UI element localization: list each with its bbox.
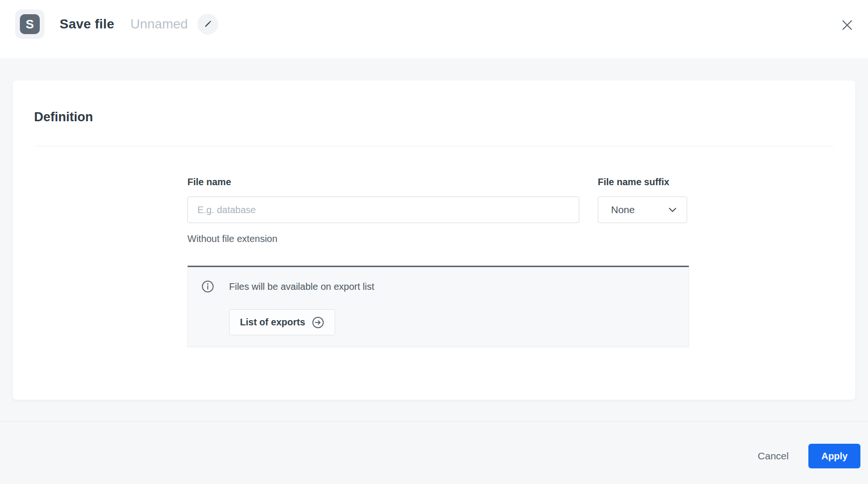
suffix-field-group: File name suffix None xyxy=(598,177,687,244)
apply-button[interactable]: Apply xyxy=(808,444,860,468)
app-initial: S xyxy=(26,17,34,32)
list-of-exports-label: List of exports xyxy=(240,317,305,328)
close-button[interactable] xyxy=(837,15,858,36)
pencil-icon xyxy=(204,20,212,28)
app-tile: S xyxy=(15,9,44,39)
dialog-name-unnamed: Unnamed xyxy=(130,17,187,32)
save-file-app-icon: S xyxy=(20,14,40,34)
info-circle-icon xyxy=(201,280,214,293)
export-info-panel: Files will be available on export list L… xyxy=(187,266,689,347)
file-name-helper: Without file extension xyxy=(187,233,579,244)
section-title: Definition xyxy=(34,110,834,125)
form-row: File name Without file extension File na… xyxy=(187,177,834,244)
dialog-header: S Save file Unnamed xyxy=(0,0,868,58)
form-area: File name Without file extension File na… xyxy=(187,177,834,347)
close-icon xyxy=(841,19,853,31)
dialog-header-left: S Save file Unnamed xyxy=(15,9,218,39)
arrow-right-circle-icon xyxy=(312,316,324,329)
suffix-selected-value: None xyxy=(611,204,635,215)
section-divider xyxy=(34,146,834,146)
rename-button[interactable] xyxy=(197,14,218,35)
list-of-exports-button[interactable]: List of exports xyxy=(229,309,335,335)
info-message: Files will be available on export list xyxy=(229,281,374,292)
footer-actions: Cancel Apply xyxy=(758,444,860,468)
dialog-footer: Cancel Apply xyxy=(0,421,868,484)
cancel-button[interactable]: Cancel xyxy=(758,450,788,462)
file-name-input[interactable] xyxy=(187,197,579,223)
suffix-label: File name suffix xyxy=(598,177,687,188)
dialog-title: Save file xyxy=(60,17,114,32)
suffix-select[interactable]: None xyxy=(598,197,687,223)
definition-card: Definition File name Without file extens… xyxy=(13,81,855,400)
file-name-label: File name xyxy=(187,177,579,188)
chevron-down-icon xyxy=(669,207,676,213)
file-name-field-group: File name Without file extension xyxy=(187,177,579,244)
info-line: Files will be available on export list xyxy=(201,280,689,293)
